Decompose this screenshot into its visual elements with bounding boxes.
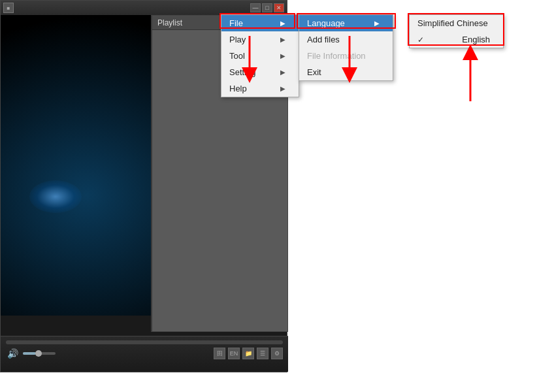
file-arrow: ▶ bbox=[280, 20, 285, 27]
arrow-to-english bbox=[457, 46, 483, 105]
submenu-language-label: Language bbox=[307, 18, 345, 28]
lang-icon[interactable]: EN bbox=[228, 348, 240, 359]
list-icon[interactable]: ☰ bbox=[257, 348, 268, 359]
video-light-effect bbox=[29, 180, 82, 213]
menu-item-play-label: Play bbox=[229, 35, 246, 44]
maximize-button[interactable]: □ bbox=[262, 3, 272, 12]
controls-right: 田 EN 📁 ☰ ⚙ bbox=[214, 348, 283, 359]
submenu-item-language[interactable]: Language ▶ bbox=[299, 15, 393, 31]
title-bar: ■ — □ ✕ bbox=[1, 1, 287, 15]
menu-item-setting[interactable]: Setting ▶ bbox=[221, 64, 299, 80]
controls-bottom: 🔊 田 EN 📁 ☰ ⚙ bbox=[1, 344, 288, 363]
menu-item-file[interactable]: File ▶ bbox=[221, 15, 299, 31]
lang-english-label: English bbox=[462, 35, 490, 44]
help-arrow: ▶ bbox=[280, 85, 285, 92]
volume-knob bbox=[35, 350, 42, 357]
menu-item-file-label: File bbox=[229, 18, 243, 28]
lang-option-english[interactable]: ✓ English bbox=[410, 31, 503, 48]
progress-bar[interactable] bbox=[6, 340, 283, 344]
submenu-item-fileinfo: File Information bbox=[299, 48, 393, 64]
menu-item-play[interactable]: Play ▶ bbox=[221, 31, 299, 48]
menu-item-tool-label: Tool bbox=[229, 51, 245, 61]
menu-item-help-label: Help bbox=[229, 84, 247, 93]
close-button[interactable]: ✕ bbox=[274, 3, 284, 12]
menu-item-setting-label: Setting bbox=[229, 67, 255, 77]
folder-icon[interactable]: 📁 bbox=[242, 348, 254, 359]
menu-item-help[interactable]: Help ▶ bbox=[221, 80, 299, 97]
file-submenu: Language ▶ Add files File Information Ex… bbox=[299, 14, 393, 81]
window-icon: ■ bbox=[3, 3, 14, 13]
submenu-addfiles-label: Add files bbox=[307, 35, 340, 44]
playlist-title: Playlist bbox=[157, 18, 182, 27]
lang-option-simplified-chinese[interactable]: Simplified Chinese bbox=[410, 15, 503, 31]
settings-icon[interactable]: ⚙ bbox=[271, 348, 283, 359]
submenu-item-exit[interactable]: Exit bbox=[299, 64, 393, 80]
volume-fill bbox=[23, 352, 36, 355]
english-checkmark: ✓ bbox=[417, 35, 424, 44]
volume-slider[interactable] bbox=[23, 352, 56, 355]
setting-arrow: ▶ bbox=[280, 69, 285, 76]
file-dropdown-menu: File ▶ Play ▶ Tool ▶ Setting ▶ Help ▶ bbox=[221, 14, 299, 97]
play-arrow: ▶ bbox=[280, 36, 285, 43]
controls-bar: 🔊 田 EN 📁 ☰ ⚙ bbox=[1, 336, 288, 372]
language-options-menu: Simplified Chinese ✓ English bbox=[409, 14, 504, 48]
menu-item-tool[interactable]: Tool ▶ bbox=[221, 48, 299, 64]
lang-simplified-chinese-label: Simplified Chinese bbox=[417, 18, 488, 28]
tool-arrow: ▶ bbox=[280, 52, 285, 59]
submenu-fileinfo-label: File Information bbox=[307, 51, 366, 61]
minimize-button[interactable]: — bbox=[250, 3, 261, 12]
submenu-item-addfiles[interactable]: Add files bbox=[299, 31, 393, 48]
language-arrow: ▶ bbox=[374, 20, 380, 27]
volume-icon: 🔊 bbox=[6, 347, 19, 360]
submenu-exit-label: Exit bbox=[307, 67, 321, 77]
zoom-icon[interactable]: 田 bbox=[214, 348, 225, 359]
